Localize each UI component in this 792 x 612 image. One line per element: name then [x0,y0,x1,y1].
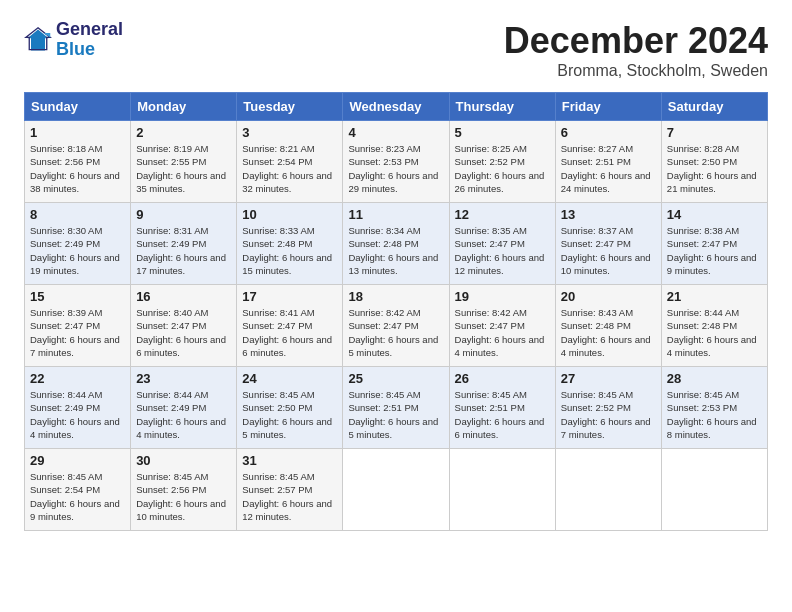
day-number: 27 [561,371,656,386]
day-number: 17 [242,289,337,304]
day-info: Sunrise: 8:27 AMSunset: 2:51 PMDaylight:… [561,143,651,194]
calendar-cell: 11 Sunrise: 8:34 AMSunset: 2:48 PMDaylig… [343,203,449,285]
day-info: Sunrise: 8:45 AMSunset: 2:53 PMDaylight:… [667,389,757,440]
day-number: 14 [667,207,762,222]
day-info: Sunrise: 8:45 AMSunset: 2:51 PMDaylight:… [348,389,438,440]
calendar-cell: 1 Sunrise: 8:18 AMSunset: 2:56 PMDayligh… [25,121,131,203]
calendar-cell: 31 Sunrise: 8:45 AMSunset: 2:57 PMDaylig… [237,449,343,531]
day-info: Sunrise: 8:18 AMSunset: 2:56 PMDaylight:… [30,143,120,194]
calendar-cell: 17 Sunrise: 8:41 AMSunset: 2:47 PMDaylig… [237,285,343,367]
day-number: 15 [30,289,125,304]
logo-text: General Blue [56,20,123,60]
day-number: 11 [348,207,443,222]
day-info: Sunrise: 8:33 AMSunset: 2:48 PMDaylight:… [242,225,332,276]
logo-icon [24,26,52,54]
header-saturday: Saturday [661,93,767,121]
calendar-row-1: 8 Sunrise: 8:30 AMSunset: 2:49 PMDayligh… [25,203,768,285]
calendar-body: 1 Sunrise: 8:18 AMSunset: 2:56 PMDayligh… [25,121,768,531]
calendar-cell [449,449,555,531]
title-block: December 2024 Bromma, Stockholm, Sweden [504,20,768,80]
day-number: 29 [30,453,125,468]
calendar-cell: 2 Sunrise: 8:19 AMSunset: 2:55 PMDayligh… [131,121,237,203]
calendar-cell [661,449,767,531]
day-number: 7 [667,125,762,140]
month-title: December 2024 [504,20,768,62]
calendar-cell: 13 Sunrise: 8:37 AMSunset: 2:47 PMDaylig… [555,203,661,285]
day-info: Sunrise: 8:39 AMSunset: 2:47 PMDaylight:… [30,307,120,358]
day-number: 19 [455,289,550,304]
day-number: 10 [242,207,337,222]
day-number: 31 [242,453,337,468]
day-info: Sunrise: 8:45 AMSunset: 2:50 PMDaylight:… [242,389,332,440]
day-info: Sunrise: 8:41 AMSunset: 2:47 PMDaylight:… [242,307,332,358]
header-thursday: Thursday [449,93,555,121]
header: General Blue December 2024 Bromma, Stock… [24,20,768,80]
calendar-cell: 26 Sunrise: 8:45 AMSunset: 2:51 PMDaylig… [449,367,555,449]
day-info: Sunrise: 8:30 AMSunset: 2:49 PMDaylight:… [30,225,120,276]
calendar-header: Sunday Monday Tuesday Wednesday Thursday… [25,93,768,121]
day-info: Sunrise: 8:42 AMSunset: 2:47 PMDaylight:… [348,307,438,358]
header-tuesday: Tuesday [237,93,343,121]
day-number: 3 [242,125,337,140]
day-number: 9 [136,207,231,222]
calendar-row-0: 1 Sunrise: 8:18 AMSunset: 2:56 PMDayligh… [25,121,768,203]
calendar-cell: 27 Sunrise: 8:45 AMSunset: 2:52 PMDaylig… [555,367,661,449]
day-info: Sunrise: 8:45 AMSunset: 2:54 PMDaylight:… [30,471,120,522]
day-number: 12 [455,207,550,222]
calendar-cell: 19 Sunrise: 8:42 AMSunset: 2:47 PMDaylig… [449,285,555,367]
day-number: 22 [30,371,125,386]
calendar-cell: 6 Sunrise: 8:27 AMSunset: 2:51 PMDayligh… [555,121,661,203]
day-number: 6 [561,125,656,140]
calendar-cell: 8 Sunrise: 8:30 AMSunset: 2:49 PMDayligh… [25,203,131,285]
day-info: Sunrise: 8:25 AMSunset: 2:52 PMDaylight:… [455,143,545,194]
calendar-cell: 28 Sunrise: 8:45 AMSunset: 2:53 PMDaylig… [661,367,767,449]
day-info: Sunrise: 8:35 AMSunset: 2:47 PMDaylight:… [455,225,545,276]
calendar-cell: 22 Sunrise: 8:44 AMSunset: 2:49 PMDaylig… [25,367,131,449]
day-number: 28 [667,371,762,386]
day-number: 13 [561,207,656,222]
calendar-cell: 14 Sunrise: 8:38 AMSunset: 2:47 PMDaylig… [661,203,767,285]
day-info: Sunrise: 8:45 AMSunset: 2:57 PMDaylight:… [242,471,332,522]
day-number: 21 [667,289,762,304]
calendar-cell [555,449,661,531]
calendar-cell: 4 Sunrise: 8:23 AMSunset: 2:53 PMDayligh… [343,121,449,203]
day-info: Sunrise: 8:40 AMSunset: 2:47 PMDaylight:… [136,307,226,358]
logo: General Blue [24,20,123,60]
calendar-cell: 16 Sunrise: 8:40 AMSunset: 2:47 PMDaylig… [131,285,237,367]
header-row: Sunday Monday Tuesday Wednesday Thursday… [25,93,768,121]
calendar-cell: 29 Sunrise: 8:45 AMSunset: 2:54 PMDaylig… [25,449,131,531]
day-number: 26 [455,371,550,386]
day-info: Sunrise: 8:44 AMSunset: 2:49 PMDaylight:… [136,389,226,440]
header-monday: Monday [131,93,237,121]
calendar-cell: 5 Sunrise: 8:25 AMSunset: 2:52 PMDayligh… [449,121,555,203]
day-info: Sunrise: 8:38 AMSunset: 2:47 PMDaylight:… [667,225,757,276]
calendar-cell: 3 Sunrise: 8:21 AMSunset: 2:54 PMDayligh… [237,121,343,203]
day-number: 23 [136,371,231,386]
day-info: Sunrise: 8:34 AMSunset: 2:48 PMDaylight:… [348,225,438,276]
day-info: Sunrise: 8:42 AMSunset: 2:47 PMDaylight:… [455,307,545,358]
calendar-cell: 20 Sunrise: 8:43 AMSunset: 2:48 PMDaylig… [555,285,661,367]
header-sunday: Sunday [25,93,131,121]
day-info: Sunrise: 8:44 AMSunset: 2:48 PMDaylight:… [667,307,757,358]
calendar-cell: 18 Sunrise: 8:42 AMSunset: 2:47 PMDaylig… [343,285,449,367]
subtitle: Bromma, Stockholm, Sweden [504,62,768,80]
day-info: Sunrise: 8:23 AMSunset: 2:53 PMDaylight:… [348,143,438,194]
day-number: 20 [561,289,656,304]
day-info: Sunrise: 8:19 AMSunset: 2:55 PMDaylight:… [136,143,226,194]
calendar-row-3: 22 Sunrise: 8:44 AMSunset: 2:49 PMDaylig… [25,367,768,449]
day-number: 30 [136,453,231,468]
calendar-cell: 7 Sunrise: 8:28 AMSunset: 2:50 PMDayligh… [661,121,767,203]
day-number: 25 [348,371,443,386]
day-number: 18 [348,289,443,304]
day-info: Sunrise: 8:28 AMSunset: 2:50 PMDaylight:… [667,143,757,194]
day-number: 4 [348,125,443,140]
calendar-table: Sunday Monday Tuesday Wednesday Thursday… [24,92,768,531]
day-info: Sunrise: 8:45 AMSunset: 2:51 PMDaylight:… [455,389,545,440]
day-info: Sunrise: 8:45 AMSunset: 2:52 PMDaylight:… [561,389,651,440]
day-info: Sunrise: 8:31 AMSunset: 2:49 PMDaylight:… [136,225,226,276]
calendar-row-2: 15 Sunrise: 8:39 AMSunset: 2:47 PMDaylig… [25,285,768,367]
day-info: Sunrise: 8:44 AMSunset: 2:49 PMDaylight:… [30,389,120,440]
header-wednesday: Wednesday [343,93,449,121]
day-number: 16 [136,289,231,304]
day-info: Sunrise: 8:37 AMSunset: 2:47 PMDaylight:… [561,225,651,276]
